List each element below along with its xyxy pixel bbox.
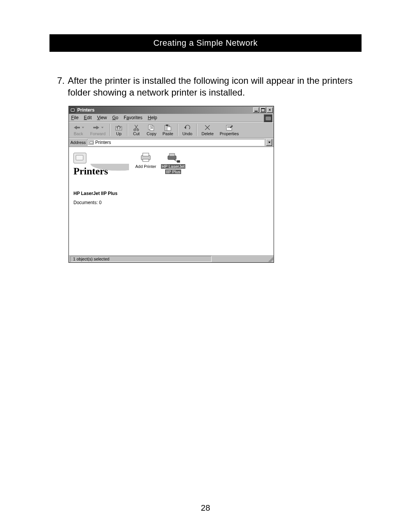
menu-favorites[interactable]: Favorites	[124, 115, 142, 120]
menu-bar: File Edit View Go Favorites Help	[69, 114, 274, 122]
window-icon	[70, 107, 76, 113]
title-bar[interactable]: Printers ×	[69, 106, 274, 114]
step-number: 7.	[52, 75, 68, 98]
chapter-header: Creating a Simple Network	[49, 34, 362, 52]
menu-file[interactable]: File	[71, 115, 78, 120]
printers-folder-icon	[73, 153, 86, 163]
status-bar: 1 object(s) selected	[69, 255, 274, 262]
decorative-curve	[69, 164, 129, 175]
delete-icon	[203, 124, 212, 131]
selected-printer-name: HP LaserJet IIP Plus	[73, 191, 125, 196]
svg-marker-1	[93, 126, 99, 129]
add-printer-icon	[139, 151, 153, 163]
address-field[interactable]: Printers	[87, 139, 264, 146]
menu-help[interactable]: Help	[148, 115, 157, 120]
svg-rect-20	[143, 153, 149, 156]
svg-rect-2	[116, 126, 122, 130]
undo-icon	[183, 124, 191, 131]
paste-icon	[164, 124, 172, 131]
svg-marker-12	[184, 126, 186, 129]
undo-button[interactable]: Undo	[179, 123, 195, 137]
delete-button[interactable]: Delete	[198, 123, 217, 137]
back-button[interactable]: Back	[70, 123, 87, 137]
properties-button[interactable]: Properties	[217, 123, 242, 137]
svg-rect-25	[177, 160, 180, 163]
page: Creating a Simple Network 7. After the p…	[0, 0, 411, 532]
copy-button[interactable]: Copy	[143, 123, 159, 137]
network-printer-label-line1: HP LaserJet	[161, 164, 185, 169]
svg-rect-11	[167, 127, 171, 131]
toolbar: Back Forward Up	[69, 122, 274, 138]
document-count: Documents: 0	[73, 200, 125, 205]
menu-edit[interactable]: Edit	[84, 115, 92, 120]
up-button[interactable]: Up	[112, 123, 126, 137]
copy-icon	[147, 124, 156, 131]
menu-go[interactable]: Go	[112, 115, 118, 120]
add-printer-label: Add Printer	[135, 164, 156, 169]
cut-icon	[132, 124, 140, 131]
side-panel: Printers HP LaserJet IIP Plus Documents:…	[69, 147, 129, 255]
minimize-button[interactable]	[253, 107, 259, 113]
svg-rect-21	[143, 159, 149, 161]
printers-window: Printers × File Edit View Go Favorites H…	[68, 106, 274, 263]
resize-grip[interactable]	[268, 257, 273, 262]
properties-icon	[225, 124, 233, 131]
address-dropdown[interactable]	[266, 139, 272, 146]
network-printer-icon	[166, 151, 180, 163]
up-icon	[115, 124, 123, 131]
icon-pane[interactable]: Add Printer HP LaserJet IIP Plus	[129, 147, 274, 255]
menu-view[interactable]: View	[97, 115, 107, 120]
address-value: Printers	[95, 140, 111, 145]
address-label: Address	[70, 140, 86, 145]
close-button[interactable]: ×	[267, 107, 273, 113]
cut-button[interactable]: Cut	[129, 123, 143, 137]
network-printer-label-line2: IIP Plus	[165, 169, 181, 174]
network-printer-item[interactable]: HP LaserJet IIP Plus	[159, 151, 188, 174]
svg-marker-0	[74, 126, 80, 129]
throbber-icon	[264, 114, 273, 123]
back-icon	[73, 124, 81, 131]
address-icon	[88, 140, 94, 145]
page-number: 28	[0, 503, 411, 513]
forward-icon	[92, 124, 100, 131]
instruction-step: 7. After the printer is installed the fo…	[52, 75, 359, 98]
svg-rect-10	[166, 125, 168, 126]
window-title: Printers	[77, 107, 94, 113]
step-text: After the printer is installed the follo…	[68, 75, 359, 98]
forward-button[interactable]: Forward	[87, 123, 108, 137]
add-printer-item[interactable]: Add Printer	[131, 151, 160, 169]
paste-button[interactable]: Paste	[159, 123, 176, 137]
svg-rect-23	[169, 153, 175, 156]
content-area: Printers HP LaserJet IIP Plus Documents:…	[69, 147, 274, 255]
status-text: 1 object(s) selected	[70, 256, 212, 262]
address-bar: Address Printers	[69, 138, 274, 147]
maximize-button[interactable]	[260, 107, 266, 113]
